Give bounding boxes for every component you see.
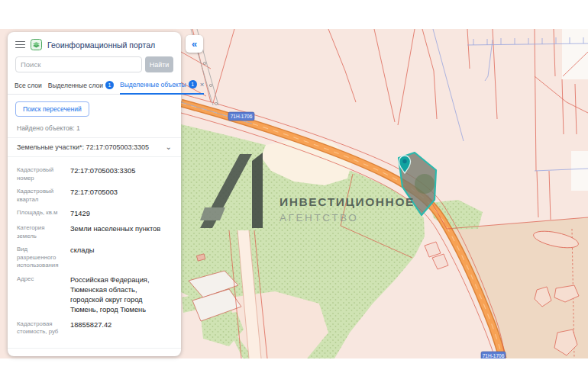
close-tab-icon[interactable]: × (200, 80, 205, 88)
search-intersections-button[interactable]: Поиск пересечений (15, 101, 89, 117)
found-objects-count: Найдено объектов: 1 (8, 118, 181, 138)
collapse-icon: « (192, 38, 197, 50)
detail-row: Кадастровая стоимость, руб 18855827.42 (17, 320, 172, 336)
chevron-down-icon[interactable]: ⌄ (166, 145, 172, 149)
detail-label: Кадастровая стоимость, руб (17, 320, 70, 336)
detail-row: Адрес Российская Федерация, Тюменская об… (17, 275, 172, 315)
parcel-tree-cover (415, 174, 435, 194)
parcel-details: Кадастровый номер 72:17:0705003:3305 Кад… (8, 157, 181, 349)
info-panel: Геоинформационный портал Найти Все слои … (8, 32, 181, 356)
detail-value: Земли населенных пунктов (70, 224, 160, 240)
detail-label: Вид разрешенного использования (17, 246, 70, 270)
detail-label: Категория земель (17, 224, 70, 240)
search-button[interactable]: Найти (145, 56, 173, 72)
detail-value: 18855827.42 (70, 320, 111, 336)
tab-selected-layers[interactable]: Выделенные слои 1 (48, 81, 114, 94)
detail-row: Кадастровый квартал 72:17:0705003 (17, 188, 172, 204)
detail-value: Российская Федерация, Тюменская область,… (70, 275, 172, 315)
parcel-section-title: Земельные участки*: 72:17:0705003:3305 (17, 143, 149, 151)
selected-objects-count-badge: 1 (189, 80, 197, 88)
detail-row: Категория земель Земли населенных пункто… (17, 224, 172, 240)
tab-bar: Все слои Выделенные слои 1 Выделенные об… (8, 72, 181, 95)
svg-text:71Н-1706: 71Н-1706 (483, 353, 505, 358)
detail-label: Площадь, кв.м (17, 209, 70, 219)
menu-icon[interactable] (15, 41, 25, 49)
detail-row: Кадастровый номер 72:17:0705003:3305 (17, 166, 172, 182)
search-input[interactable] (15, 56, 142, 72)
detail-value: 72:17:0705003 (70, 188, 118, 204)
svg-text:71Н-1706: 71Н-1706 (231, 114, 253, 119)
road-label-bottom: 71Н-1706 (481, 352, 506, 358)
road-label-top: 71Н-1706 (228, 112, 254, 121)
detail-label: Кадастровый квартал (17, 188, 70, 204)
parcel-section-header[interactable]: Земельные участки*: 72:17:0705003:3305 ⌄ (8, 138, 181, 157)
detail-value: склады (70, 246, 95, 270)
detail-value: 71429 (70, 209, 90, 219)
selected-layers-count-badge: 1 (105, 81, 114, 89)
map-empty-area (571, 151, 588, 191)
detail-row: Площадь, кв.м 71429 (17, 209, 172, 219)
detail-label: Адрес (17, 275, 70, 315)
portal-logo-icon (31, 39, 42, 50)
detail-row: Вид разрешенного использования склады (17, 246, 172, 270)
tab-selected-objects[interactable]: Выделенные объекты 1 × (120, 80, 204, 95)
tab-label: Выделенные слои (48, 82, 103, 89)
detail-label: Кадастровый номер (17, 166, 70, 182)
search-bar: Найти (8, 56, 181, 72)
collapse-panel-button[interactable]: « (186, 35, 203, 53)
tab-all-layers[interactable]: Все слои (15, 82, 42, 94)
map-empty-area (562, 29, 588, 79)
tab-label: Выделенные объекты (120, 81, 186, 88)
tab-label: Все слои (15, 82, 42, 89)
detail-value: 72:17:0705003:3305 (70, 166, 135, 182)
app-title: Геоинформационный портал (47, 40, 155, 50)
page: 71Н-1706 71Н-1706 ИНВЕСТИЦИОННОЕ АГЕНТСТ… (0, 0, 588, 389)
panel-header: Геоинформационный портал (8, 32, 181, 56)
